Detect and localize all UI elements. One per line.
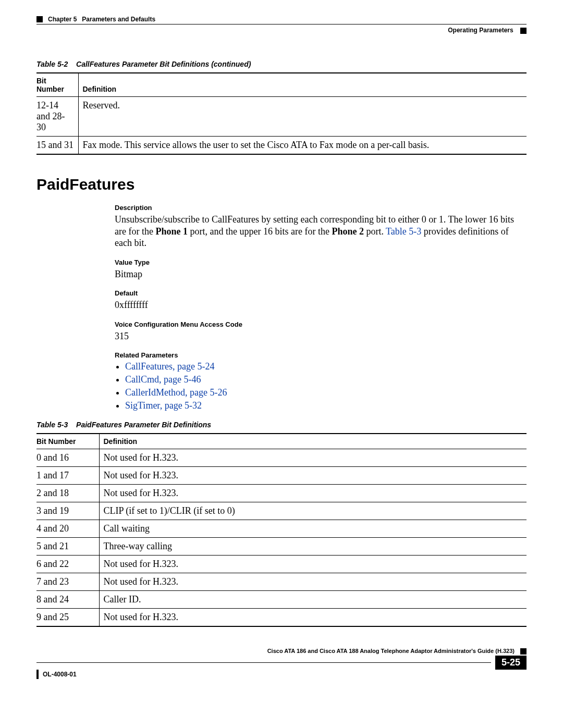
page-number: 5-25 [495, 656, 527, 670]
col-definition: Definition [78, 73, 527, 97]
cell-bit: 9 and 25 [36, 609, 99, 627]
list-item: SigTimer, page 5-32 [125, 400, 527, 411]
default-value: 0xffffffff [115, 299, 527, 311]
list-item: CallFeatures, page 5-24 [125, 361, 527, 372]
table-row: 2 and 18Not used for H.323. [36, 485, 527, 502]
phone1-bold: Phone 1 [155, 226, 188, 237]
cell-def: Fax mode. This service allows the user t… [78, 137, 527, 155]
cell-def: Not used for H.323. [99, 556, 527, 573]
section-heading-paidfeatures: PaidFeatures [36, 176, 527, 193]
cell-def: Three-way calling [99, 538, 527, 556]
cell-bit: 3 and 19 [36, 502, 99, 520]
table-5-2-caption: Table 5-2 CallFeatures Parameter Bit Def… [36, 60, 527, 68]
voice-config-label: Voice Configuration Menu Access Code [115, 320, 527, 328]
cell-bit: 7 and 23 [36, 573, 99, 591]
table-5-3-link[interactable]: Table 5-3 [386, 226, 421, 237]
cell-def: Not used for H.323. [99, 449, 527, 467]
doc-number: OL-4008-01 [43, 671, 77, 678]
table-row: 15 and 31 Fax mode. This service allows … [36, 137, 527, 155]
cell-bit: 0 and 16 [36, 449, 99, 467]
table-row: 7 and 23Not used for H.323. [36, 573, 527, 591]
cell-bit: 8 and 24 [36, 591, 99, 609]
voice-config-value: 315 [115, 330, 527, 342]
cell-def: Not used for H.323. [99, 467, 527, 485]
cell-def: Reserved. [78, 97, 527, 137]
related-link[interactable]: SigTimer, page 5-32 [125, 400, 202, 411]
cell-def: Call waiting [99, 520, 527, 538]
cell-def: Not used for H.323. [99, 609, 527, 627]
table-label: Table 5-2 [36, 60, 68, 68]
cell-def: Caller ID. [99, 591, 527, 609]
section-path: Operating Parameters [448, 27, 513, 34]
guide-title: Cisco ATA 186 and Cisco ATA 188 Analog T… [267, 648, 515, 654]
cell-def: Not used for H.323. [99, 485, 527, 502]
table-row: 0 and 16Not used for H.323. [36, 449, 527, 467]
related-parameters-list: CallFeatures, page 5-24 CallCmd, page 5-… [115, 361, 527, 411]
value-type-value: Bitmap [115, 268, 527, 280]
page-header: Chapter 5 Parameters and Defaults [36, 16, 527, 23]
chapter-title: Parameters and Defaults [82, 16, 155, 23]
cell-bit: 1 and 17 [36, 467, 99, 485]
footer-marker-icon [520, 648, 527, 655]
table-row: 8 and 24Caller ID. [36, 591, 527, 609]
page-footer: Cisco ATA 186 and Cisco ATA 188 Analog T… [36, 648, 527, 679]
description-label: Description [115, 204, 527, 212]
cell-bit: 5 and 21 [36, 538, 99, 556]
table-5-2: Bit Number Definition 12-14 and 28-30 Re… [36, 72, 527, 155]
related-link[interactable]: CallFeatures, page 5-24 [125, 361, 214, 372]
list-item: CallCmd, page 5-46 [125, 374, 527, 385]
table-row: 3 and 19CLIP (if set to 1)/CLIR (if set … [36, 502, 527, 520]
col-bit-number: Bit Number [36, 73, 78, 97]
list-item: CallerIdMethod, page 5-26 [125, 387, 527, 398]
footer-bar-icon [36, 670, 39, 679]
cell-def: CLIP (if set to 1)/CLIR (if set to 0) [99, 502, 527, 520]
description-text: Unsubscribe/subscribe to CallFeatures by… [115, 214, 527, 249]
related-link[interactable]: CallCmd, page 5-46 [125, 374, 201, 385]
cell-def: Not used for H.323. [99, 573, 527, 591]
table-5-3-caption: Table 5-3 PaidFeatures Parameter Bit Def… [36, 421, 527, 429]
table-row: 9 and 25Not used for H.323. [36, 609, 527, 627]
header-marker-icon [36, 16, 43, 22]
col-definition: Definition [99, 434, 527, 449]
table-row: 4 and 20Call waiting [36, 520, 527, 538]
table-row: 6 and 22Not used for H.323. [36, 556, 527, 573]
phone2-bold: Phone 2 [332, 226, 364, 237]
table-title: PaidFeatures Parameter Bit Definitions [76, 421, 211, 429]
table-title: CallFeatures Parameter Bit Definitions (… [76, 60, 251, 68]
desc-part: port, and the upper 16 bits are for the [188, 226, 332, 237]
desc-part: port. [364, 226, 386, 237]
related-parameters-label: Related Parameters [115, 351, 527, 359]
cell-bit: 2 and 18 [36, 485, 99, 502]
table-row: 5 and 21Three-way calling [36, 538, 527, 556]
value-type-label: Value Type [115, 258, 527, 266]
col-bit-number: Bit Number [36, 434, 99, 449]
table-label: Table 5-3 [36, 421, 68, 429]
table-5-3: Bit Number Definition 0 and 16Not used f… [36, 433, 527, 627]
table-row: 1 and 17Not used for H.323. [36, 467, 527, 485]
cell-bit: 12-14 and 28-30 [36, 97, 78, 137]
chapter-label: Chapter 5 [48, 16, 77, 23]
cell-bit: 4 and 20 [36, 520, 99, 538]
header-marker-icon [520, 28, 527, 34]
related-link[interactable]: CallerIdMethod, page 5-26 [125, 387, 227, 398]
table-row: 12-14 and 28-30 Reserved. [36, 97, 527, 137]
cell-bit: 15 and 31 [36, 137, 78, 155]
default-label: Default [115, 289, 527, 297]
cell-bit: 6 and 22 [36, 556, 99, 573]
